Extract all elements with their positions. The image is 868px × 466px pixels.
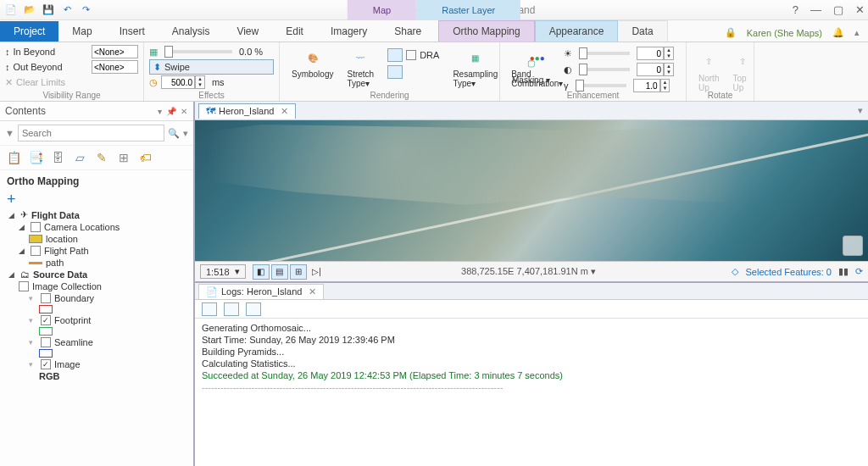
save-icon[interactable]: 💾 [41, 3, 56, 18]
log-tab-close-icon[interactable]: ✕ [309, 286, 316, 297]
tab-map[interactable]: Map [58, 21, 105, 42]
pane-options-icon[interactable]: ▾ 📌 ✕ [158, 107, 188, 116]
view-tab-menu-icon[interactable]: ▾ [858, 105, 863, 116]
dra-checkbox[interactable] [406, 50, 416, 60]
boundary-checkbox[interactable] [41, 293, 51, 303]
status-coords[interactable]: 388,725.15E 7,407,181.91N m ▾ [332, 266, 726, 277]
tab-insert[interactable]: Insert [106, 21, 159, 42]
footprint-label[interactable]: Footprint [54, 315, 91, 325]
seamline-label[interactable]: Seamline [54, 337, 93, 347]
add-item-button[interactable]: + [0, 191, 193, 208]
tab-project[interactable]: Project [0, 21, 58, 42]
source-data-label[interactable]: Source Data [33, 269, 87, 280]
window-controls: ? — ▢ ✕ [793, 3, 865, 16]
scale-selector[interactable]: 1:518 ▾ [200, 264, 246, 279]
resampling-button[interactable]: ▦Resampling Type▾ [446, 46, 504, 90]
render-icon-1[interactable] [387, 48, 403, 62]
open-icon[interactable]: 📂 [22, 3, 37, 18]
user-name[interactable]: Karen (She Maps) [747, 28, 822, 38]
transparency-slider[interactable] [164, 50, 232, 53]
tab-imagery[interactable]: Imagery [317, 21, 381, 42]
flicker-spinner[interactable]: ▲▼ [195, 75, 205, 89]
swipe-label[interactable]: Swipe [164, 62, 190, 72]
tab-appearance[interactable]: Appearance [535, 20, 619, 42]
notifications-icon[interactable]: 🔔 [832, 27, 844, 38]
flight-data-label[interactable]: Flight Data [31, 210, 80, 220]
in-beyond-input[interactable] [92, 45, 138, 58]
edit-icon[interactable]: ✎ [93, 149, 110, 166]
label-icon[interactable]: 🏷 [137, 149, 154, 166]
boundary-label[interactable]: Boundary [54, 293, 94, 303]
search-clear-icon[interactable]: ▾ [183, 128, 188, 139]
help-icon[interactable]: ? [793, 3, 798, 16]
location-label[interactable]: location [46, 234, 78, 244]
image-label[interactable]: Image [54, 359, 81, 369]
flightpath-checkbox[interactable] [31, 246, 41, 256]
swipe-icon: ⬍ [153, 62, 161, 73]
selection-icon[interactable]: ▱ [71, 149, 88, 166]
list-db-icon[interactable]: 🗄 [49, 149, 66, 166]
tab-ortho-mapping[interactable]: Ortho Mapping [438, 20, 534, 42]
status-icon-4[interactable]: ▷| [309, 264, 326, 280]
status-icon-3[interactable]: ⊞ [290, 264, 307, 280]
search-input[interactable] [18, 125, 164, 141]
log-tab[interactable]: 📄 Logs: Heron_Island ✕ [198, 284, 324, 299]
camera-checkbox[interactable] [31, 222, 41, 232]
context-tab-map[interactable]: Map [348, 0, 416, 20]
flightpath-label[interactable]: Flight Path [44, 246, 89, 256]
contrast-input[interactable] [637, 63, 664, 76]
path-swatch [29, 262, 42, 264]
brightness-spinner[interactable]: ▲▼ [664, 47, 674, 60]
tab-data[interactable]: Data [618, 20, 667, 42]
pause-draw-icon[interactable]: ▮▮ [838, 266, 849, 277]
tab-share[interactable]: Share [381, 21, 435, 42]
seamline-checkbox[interactable] [41, 337, 51, 347]
contrast-slider[interactable] [579, 68, 630, 71]
undo-icon[interactable]: ↶ [59, 3, 75, 18]
snap-icon[interactable]: ⊞ [115, 149, 132, 166]
log-btn-1[interactable] [202, 302, 217, 316]
tab-edit[interactable]: Edit [272, 21, 317, 42]
out-beyond-input[interactable] [92, 60, 138, 74]
camera-label[interactable]: Camera Locations [44, 222, 120, 232]
context-tab-raster[interactable]: Raster Layer [416, 0, 520, 20]
refresh-icon[interactable]: ⟳ [855, 266, 863, 277]
image-checkbox[interactable]: ✓ [41, 359, 51, 369]
list-source-icon[interactable]: 📑 [27, 149, 44, 166]
clear-limits-icon: ✕ [5, 77, 13, 88]
collection-checkbox[interactable] [19, 281, 29, 291]
footprint-checkbox[interactable]: ✓ [41, 315, 51, 325]
tab-view[interactable]: View [223, 21, 272, 42]
tab-analysis[interactable]: Analysis [159, 21, 224, 42]
ribbon-collapse-icon[interactable]: ▴ [854, 27, 860, 38]
view-tab-heron[interactable]: 🗺 Heron_Island ✕ [198, 103, 296, 119]
contrast-spinner[interactable]: ▲▼ [664, 63, 674, 76]
flicker-input[interactable] [161, 75, 195, 89]
log-btn-3[interactable] [246, 302, 261, 316]
masking-button[interactable]: ▢Masking ▾ [505, 44, 557, 93]
gamma-slider[interactable] [576, 84, 626, 87]
draw-order-icon[interactable]: 📋 [5, 149, 22, 166]
brightness-input[interactable] [637, 47, 664, 60]
map-view[interactable] [195, 120, 868, 261]
status-icon-2[interactable]: ▤ [271, 264, 288, 280]
maximize-icon[interactable]: ▢ [833, 3, 843, 16]
stretch-button[interactable]: 〰Stretch Type▾ [340, 46, 381, 90]
path-label[interactable]: path [46, 258, 64, 268]
close-icon[interactable]: ✕ [855, 3, 865, 16]
status-icon-1[interactable]: ◧ [253, 264, 270, 280]
search-icon[interactable]: 🔍 [168, 128, 180, 139]
filter-icon[interactable]: ▼ [5, 128, 14, 138]
navigator-widget[interactable] [843, 236, 863, 256]
redo-icon[interactable]: ↷ [78, 3, 93, 18]
symbology-button[interactable]: 🎨Symbology [285, 46, 340, 80]
view-tab-close-icon[interactable]: ✕ [281, 106, 288, 117]
clear-limits-label[interactable]: Clear Limits [16, 77, 65, 87]
new-project-icon[interactable]: 📄 [3, 3, 19, 18]
brightness-slider[interactable] [579, 52, 630, 55]
collection-label[interactable]: Image Collection [32, 281, 102, 291]
log-btn-2[interactable] [224, 302, 239, 316]
selected-features: Selected Features: 0 [745, 267, 832, 277]
render-icon-2[interactable] [387, 65, 403, 79]
minimize-icon[interactable]: — [810, 3, 821, 16]
